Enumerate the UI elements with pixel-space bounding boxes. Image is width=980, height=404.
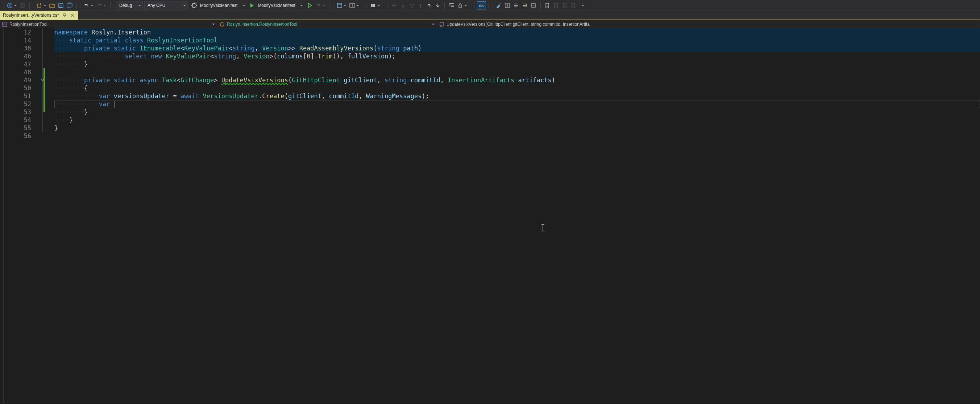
toolbar-grip[interactable]	[366, 2, 368, 9]
line-number: 38	[4, 44, 31, 52]
breakpoint-nav-button[interactable]	[369, 2, 382, 10]
svg-point-0	[8, 3, 12, 8]
code-line[interactable]: ········}	[54, 108, 980, 116]
build-button[interactable]	[190, 2, 199, 10]
tool-button[interactable]	[503, 2, 512, 10]
tool-button[interactable]	[529, 2, 538, 10]
toolbar-grip[interactable]	[2, 2, 4, 9]
abc-frame-button[interactable]: abc	[477, 2, 486, 10]
startup-project-dropdown[interactable]	[239, 2, 248, 10]
line-number-gutter[interactable]: 12 14 38 46 47 48 49 50 51 52 53 54 55 5…	[4, 28, 38, 404]
editor-glyph-margin[interactable]	[0, 28, 4, 404]
svg-rect-13	[505, 3, 507, 8]
bookmark-clear-button[interactable]	[569, 2, 578, 10]
tool-button[interactable]	[520, 2, 529, 10]
svg-rect-7	[371, 4, 372, 7]
tab-title: RoslynInsert...yVersions.cs*	[3, 13, 59, 18]
code-line[interactable]: ········private static async·Task<GitCha…	[54, 76, 980, 84]
text-caret	[115, 101, 115, 108]
step-back-button[interactable]	[390, 2, 399, 10]
line-number: 52	[4, 100, 31, 108]
save-all-button[interactable]	[65, 2, 74, 10]
svg-rect-14	[508, 3, 509, 8]
method-icon	[439, 22, 444, 27]
tool-button[interactable]	[512, 2, 520, 10]
line-number: 12	[4, 28, 31, 36]
split-editor-button[interactable]	[348, 2, 361, 10]
code-line[interactable]: ········}	[54, 60, 980, 68]
editor-nav-bar: C# RoslynInsertionTool Roslyn.Insertion.…	[0, 20, 980, 28]
nav-back-button[interactable]	[5, 2, 18, 10]
bookmark-prev-button[interactable]	[552, 2, 560, 10]
code-line[interactable]: ············var·versionsUpdater = await·…	[54, 92, 980, 100]
document-tab-bar: RoslynInsert...yVersions.cs*	[0, 11, 980, 20]
svg-point-1	[20, 3, 25, 8]
toolbar-grip[interactable]	[79, 2, 81, 9]
sticky-scope-line: namespace Roslyn.Insertion	[54, 28, 980, 36]
toolbar-grip[interactable]	[474, 2, 476, 9]
nav-project-combo[interactable]: C# RoslynInsertionTool	[0, 20, 218, 28]
line-number: 56	[4, 132, 31, 140]
toolbar-grip[interactable]	[387, 2, 389, 9]
debug-target-label: ModifyVsixManifest	[256, 3, 296, 8]
arrow-up-button[interactable]	[425, 2, 433, 10]
close-icon[interactable]	[70, 13, 75, 18]
new-project-button[interactable]	[35, 2, 48, 10]
solution-platform-combo[interactable]: Any CPU	[144, 2, 188, 10]
code-line[interactable]: ····}	[54, 116, 980, 124]
start-without-debug-button[interactable]	[305, 2, 314, 10]
lock-button[interactable]	[456, 2, 469, 10]
code-line[interactable]	[54, 68, 980, 76]
document-tab-active[interactable]: RoslynInsert...yVersions.cs*	[0, 11, 78, 19]
svg-rect-3	[60, 6, 62, 7]
toolbar-grip[interactable]	[113, 2, 115, 9]
startup-project-label: ModifyVsixManifest	[199, 3, 239, 8]
nav-member-text: UpdateVsixVersions(GitHttpClient gitClie…	[447, 22, 590, 27]
line-number: 46	[4, 52, 31, 60]
line-number: 49	[4, 76, 31, 84]
toolbar-overflow[interactable]	[578, 2, 586, 10]
code-line-current[interactable]: ············var	[54, 100, 980, 108]
nav-type-text: Roslyn.Insertion.RoslynInsertionTool	[227, 22, 297, 27]
bookmark-button[interactable]	[543, 2, 552, 10]
toolbar-grip[interactable]	[491, 2, 493, 9]
pin-icon[interactable]	[62, 13, 67, 18]
line-number: 51	[4, 92, 31, 100]
line-number: 48	[4, 68, 31, 76]
debug-target-dropdown[interactable]	[297, 2, 305, 10]
open-file-button[interactable]	[48, 2, 57, 10]
nav-forward-button[interactable]	[18, 2, 27, 10]
save-button[interactable]	[57, 2, 65, 10]
code-line[interactable]: ···················select·new·KeyValuePa…	[54, 52, 980, 60]
redo-button[interactable]	[95, 2, 108, 10]
svg-point-4	[192, 3, 196, 7]
line-number: 50	[4, 84, 31, 92]
solution-config-combo[interactable]: Debug	[116, 2, 143, 10]
step-over-button[interactable]	[407, 2, 416, 10]
code-line[interactable]: }	[54, 124, 980, 132]
bookmark-next-button[interactable]	[560, 2, 569, 10]
nav-type-combo[interactable]: Roslyn.Insertion.RoslynInsertionTool	[218, 20, 437, 28]
svg-rect-5	[337, 3, 342, 8]
step-out-button[interactable]	[416, 2, 425, 10]
class-icon	[220, 22, 225, 27]
arrow-down-button[interactable]	[433, 2, 442, 10]
start-debug-button[interactable]	[248, 2, 256, 10]
line-number: 47	[4, 60, 31, 68]
toolbar-grip[interactable]	[332, 2, 334, 9]
outdent-button[interactable]	[447, 2, 456, 10]
tool-button[interactable]	[494, 2, 503, 10]
code-area[interactable]: namespace Roslyn.Insertion ····static pa…	[38, 28, 980, 404]
code-editor[interactable]: 12 14 38 46 47 48 49 50 51 52 53 54 55 5…	[0, 28, 980, 404]
step-into-button[interactable]	[399, 2, 407, 10]
window-layout-button[interactable]	[335, 2, 348, 10]
main-toolbar: Debug Any CPU ModifyVsixManifest ModifyV…	[0, 0, 980, 11]
line-number: 14	[4, 36, 31, 44]
undo-button[interactable]	[82, 2, 95, 10]
toolbar-grip[interactable]	[32, 2, 34, 9]
nav-member-combo[interactable]: UpdateVsixVersions(GitHttpClient gitClie…	[437, 20, 980, 28]
code-line[interactable]: ········{	[54, 84, 980, 92]
csharp-project-icon: C#	[2, 22, 7, 27]
hot-reload-button[interactable]	[314, 2, 327, 10]
code-line[interactable]	[54, 132, 980, 140]
